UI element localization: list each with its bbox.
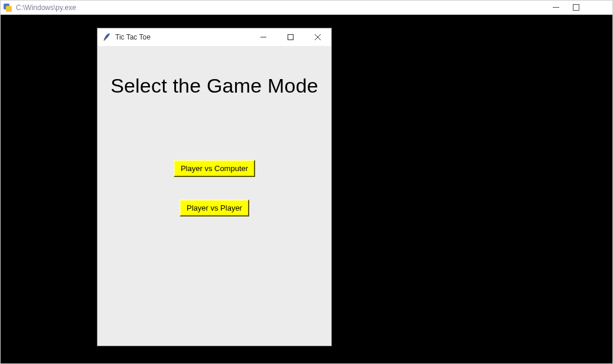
tk-window-controls (250, 28, 331, 46)
minimize-icon[interactable] (552, 4, 559, 11)
svg-rect-1 (6, 6, 12, 12)
console-window-controls (552, 4, 610, 11)
tk-window: Tic Tac Toe Select the Game Mode Player … (97, 28, 332, 346)
svg-rect-8 (288, 35, 294, 40)
maximize-icon[interactable] (572, 4, 579, 11)
tk-client-area: Select the Game Mode Player vs Computer … (97, 46, 331, 346)
tk-feather-icon (102, 32, 112, 42)
console-title: C:\Windows\py.exe (16, 4, 552, 12)
page-title: Select the Game Mode (110, 74, 318, 97)
python-launcher-icon (3, 3, 12, 12)
close-icon[interactable] (304, 28, 331, 46)
console-window: C:\Windows\py.exe Tic Tac To (0, 0, 613, 364)
svg-rect-3 (573, 5, 579, 11)
tk-titlebar: Tic Tac Toe (97, 28, 331, 46)
tk-title: Tic Tac Toe (115, 33, 250, 41)
player-vs-computer-button[interactable]: Player vs Computer (174, 160, 255, 177)
console-client-area: Tic Tac Toe Select the Game Mode Player … (1, 15, 612, 363)
console-titlebar: C:\Windows\py.exe (1, 1, 612, 15)
minimize-icon[interactable] (250, 28, 277, 46)
maximize-icon[interactable] (277, 28, 304, 46)
player-vs-player-button[interactable]: Player vs Player (180, 199, 249, 217)
